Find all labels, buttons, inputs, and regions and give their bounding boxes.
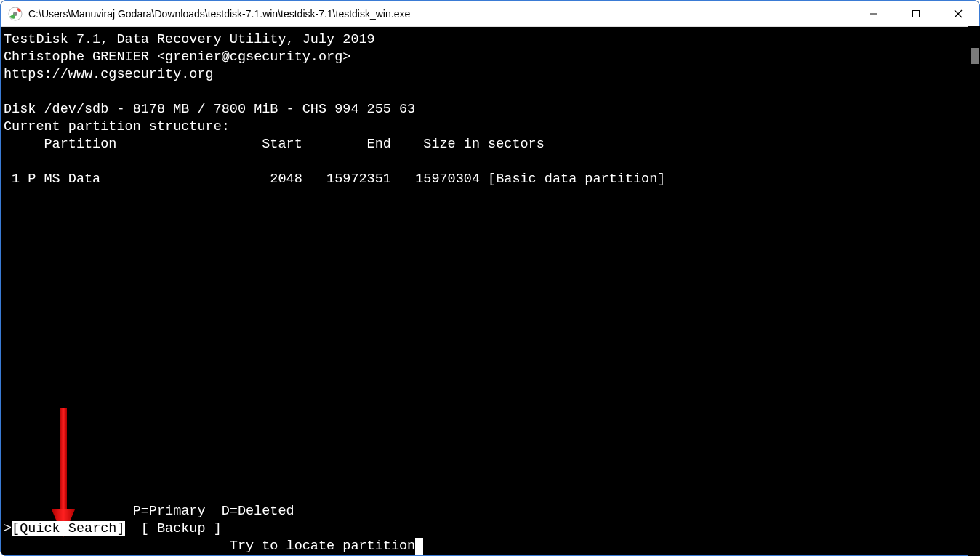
titlebar[interactable]: C:\Users\Manuviraj Godara\Downloads\test… [1, 1, 979, 27]
minimize-icon [869, 9, 878, 18]
menu-prefix: > [4, 521, 12, 536]
structure-label: Current partition structure: [4, 118, 976, 136]
scrollbar-thumb[interactable] [971, 48, 979, 64]
header-line-1: TestDisk 7.1, Data Recovery Utility, Jul… [4, 31, 976, 49]
testdisk-icon [8, 7, 23, 21]
svg-rect-6 [60, 408, 67, 513]
partition-columns: Partition Start End Size in sectors [4, 136, 976, 153]
legend: P=Primary D=Deleted [4, 503, 965, 520]
maximize-icon [912, 9, 920, 18]
header-line-3: https://www.cgsecurity.org [4, 66, 976, 84]
backup-option[interactable]: [ Backup ] [125, 521, 222, 536]
window-controls [853, 1, 979, 26]
svg-rect-3 [913, 10, 920, 17]
hint-text: Try to locate partition [4, 539, 415, 554]
quick-search-option[interactable]: [Quick Search] [12, 521, 124, 536]
bottom-menu-section: P=Primary D=Deleted >[Quick Search] [ Ba… [4, 503, 965, 555]
terminal-area[interactable]: TestDisk 7.1, Data Recovery Utility, Jul… [1, 27, 979, 555]
hint-row: Try to locate partition [4, 538, 965, 555]
close-button[interactable] [937, 1, 979, 26]
partition-row: 1 P MS Data 2048 15972351 15970304 [Basi… [4, 171, 976, 188]
menu-row: >[Quick Search] [ Backup ] [4, 520, 965, 538]
close-icon [954, 9, 963, 18]
app-window: C:\Users\Manuviraj Godara\Downloads\test… [0, 0, 980, 556]
blank-line [4, 153, 976, 171]
window-title: C:\Users\Manuviraj Godara\Downloads\test… [28, 8, 853, 20]
header-line-2: Christophe GRENIER <grenier@cgsecurity.o… [4, 49, 976, 66]
maximize-button[interactable] [895, 1, 937, 26]
terminal-cursor [415, 538, 423, 555]
minimize-button[interactable] [853, 1, 895, 26]
disk-info: Disk /dev/sdb - 8178 MB / 7800 MiB - CHS… [4, 101, 976, 118]
scrollbar[interactable] [968, 26, 980, 556]
blank-line [4, 84, 976, 101]
